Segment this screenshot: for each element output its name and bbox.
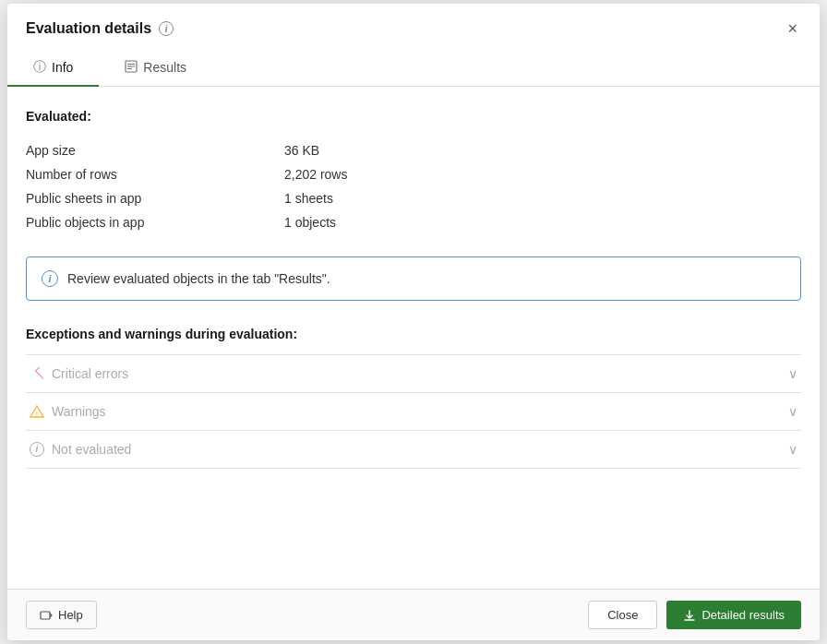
title-info-icon[interactable]: i xyxy=(159,21,174,36)
download-icon xyxy=(683,609,696,622)
warnings-icon: ! xyxy=(30,404,44,419)
accordion-warnings-left: ! Warnings xyxy=(30,404,106,419)
tab-info-label: Info xyxy=(52,60,73,75)
accordion-warnings[interactable]: ! Warnings ∨ xyxy=(26,392,801,430)
not-evaluated-icon: i xyxy=(30,442,44,457)
eval-value-public-objects: 1 objects xyxy=(284,215,336,230)
tab-results[interactable]: Results xyxy=(99,50,212,87)
exceptions-section-title: Exceptions and warnings during evaluatio… xyxy=(26,327,801,341)
svg-rect-7 xyxy=(41,612,50,619)
info-box-icon: i xyxy=(42,270,58,287)
eval-label-app-size: App size xyxy=(26,143,284,158)
eval-label-public-objects: Public objects in app xyxy=(26,215,284,230)
eval-value-number-rows: 2,202 rows xyxy=(284,167,347,182)
close-dialog-button[interactable]: Close xyxy=(588,601,657,629)
info-tab-icon: ⓘ xyxy=(33,59,46,76)
detailed-results-button[interactable]: Detailed results xyxy=(666,601,801,629)
critical-errors-chevron: ∨ xyxy=(788,366,797,381)
accordion-critical-left: Critical errors xyxy=(30,366,128,381)
evaluated-section-title: Evaluated: xyxy=(26,109,801,124)
warnings-label: Warnings xyxy=(52,404,106,419)
evaluation-details-dialog: Evaluation details i × ⓘ Info Results Ev… xyxy=(7,4,820,640)
eval-row-public-sheets: Public sheets in app 1 sheets xyxy=(26,186,801,210)
evaluated-table: App size 36 KB Number of rows 2,202 rows… xyxy=(26,138,801,234)
footer-right-buttons: Close Detailed results xyxy=(588,601,801,629)
eval-label-public-sheets: Public sheets in app xyxy=(26,191,284,206)
tab-results-label: Results xyxy=(143,60,186,75)
review-info-box: i Review evaluated objects in the tab "R… xyxy=(26,256,801,301)
dialog-body: Evaluated: App size 36 KB Number of rows… xyxy=(7,87,820,590)
eval-row-app-size: App size 36 KB xyxy=(26,138,801,162)
critical-errors-label: Critical errors xyxy=(52,366,128,381)
eval-label-number-rows: Number of rows xyxy=(26,167,284,182)
warnings-chevron: ∨ xyxy=(788,404,797,419)
dialog-footer: Help Close Detailed results xyxy=(7,589,820,640)
accordion-not-evaluated[interactable]: i Not evaluated ∨ xyxy=(26,430,801,469)
not-evaluated-label: Not evaluated xyxy=(52,442,131,457)
eval-value-app-size: 36 KB xyxy=(284,143,319,158)
help-label: Help xyxy=(58,608,83,622)
close-icon[interactable]: × xyxy=(784,18,801,39)
not-evaluated-chevron: ∨ xyxy=(788,442,797,457)
svg-rect-4 xyxy=(36,367,43,379)
dialog-title-row: Evaluation details i xyxy=(26,20,174,37)
eval-row-public-objects: Public objects in app 1 objects xyxy=(26,210,801,234)
accordion-not-evaluated-left: i Not evaluated xyxy=(30,442,131,457)
tab-info[interactable]: ⓘ Info xyxy=(7,50,99,87)
help-icon xyxy=(40,609,53,622)
eval-row-number-rows: Number of rows 2,202 rows xyxy=(26,162,801,186)
tab-bar: ⓘ Info Results xyxy=(7,50,820,87)
accordion-critical-errors[interactable]: Critical errors ∨ xyxy=(26,354,801,392)
dialog-title: Evaluation details xyxy=(26,20,151,37)
critical-errors-icon xyxy=(30,366,44,381)
info-box-text: Review evaluated objects in the tab "Res… xyxy=(67,271,330,286)
eval-value-public-sheets: 1 sheets xyxy=(284,191,333,206)
svg-text:!: ! xyxy=(36,410,38,416)
help-button[interactable]: Help xyxy=(26,601,97,629)
detailed-results-label: Detailed results xyxy=(701,608,785,622)
dialog-header: Evaluation details i × xyxy=(7,4,820,39)
results-tab-icon xyxy=(125,60,138,76)
